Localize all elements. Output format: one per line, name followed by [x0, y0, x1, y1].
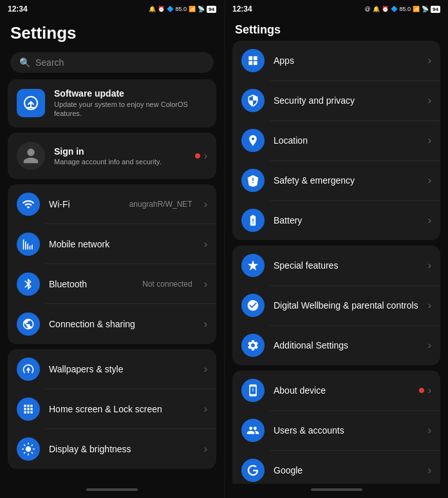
- sign-in-title: Sign in: [54, 146, 186, 157]
- data-icon: 85.0: [176, 6, 187, 12]
- left-scroll: Software update Update your system to en…: [0, 79, 224, 484]
- apps-item[interactable]: Apps ›: [232, 41, 440, 81]
- connection-item[interactable]: Connection & sharing ›: [8, 304, 216, 344]
- left-panel: 12:34 🔔 ⏰ 🔷 85.0 📶 📡 94 Settings 🔍 Searc…: [0, 0, 224, 498]
- right-notif-icon: 🔔: [373, 6, 380, 12]
- wifi-icon-wrap: [17, 193, 40, 216]
- bluetooth-value: Not connected: [142, 280, 192, 289]
- left-status-icons: 🔔 ⏰ 🔷 85.0 📶 📡 94: [149, 6, 216, 13]
- bluetooth-icon-wrap: [17, 273, 40, 296]
- battery-label: Battery: [274, 215, 419, 225]
- wellbeing-icon-wrap: [241, 294, 265, 317]
- right-signal-icon: 📡: [422, 6, 429, 12]
- wifi-label: Wi-Fi: [49, 199, 120, 209]
- wifi-item[interactable]: Wi-Fi anugrahR/W_NET ›: [8, 184, 216, 224]
- about-item[interactable]: About device ›: [232, 370, 440, 410]
- svg-point-1: [26, 446, 31, 451]
- update-text: Software update Update your system to en…: [54, 88, 207, 119]
- sign-in-card[interactable]: Sign in Manage account info and security…: [8, 133, 216, 179]
- display-label: Display & brightness: [49, 444, 195, 454]
- right-group3-card: About device › Users & accounts ›: [232, 370, 440, 484]
- right-alarm-icon: ⏰: [382, 6, 389, 12]
- sign-in-text: Sign in Manage account info and security…: [54, 146, 186, 166]
- right-battery: 94: [431, 6, 440, 13]
- homescreen-item[interactable]: Home screen & Lock screen ›: [8, 389, 216, 429]
- connection-label: Connection & sharing: [49, 319, 183, 329]
- right-status-icons: @ 🔔 ⏰ 🔷 85.0 📶 📡 94: [364, 6, 440, 13]
- apps-icon-wrap: [241, 49, 265, 72]
- about-dot: [419, 388, 424, 393]
- special-label: Special features: [274, 260, 419, 271]
- additional-label: Additional Settings: [274, 340, 419, 350]
- avatar: [17, 142, 45, 170]
- security-chevron: ›: [428, 95, 431, 106]
- apps-chevron: ›: [428, 55, 431, 66]
- display-icon-wrap: [17, 437, 40, 461]
- software-update-card[interactable]: Software update Update your system to en…: [8, 79, 216, 128]
- safety-label: Safety & emergency: [274, 175, 419, 186]
- right-bottom-indicator: [311, 488, 362, 491]
- battery-item[interactable]: Battery ›: [232, 200, 440, 240]
- left-time: 12:34: [8, 5, 28, 14]
- google-item[interactable]: Google ›: [232, 450, 440, 484]
- additional-chevron: ›: [428, 340, 431, 351]
- wallpapers-label: Wallpapers & style: [49, 364, 195, 374]
- right-at-icon: @: [364, 6, 370, 12]
- battery-icon-wrap: [241, 209, 265, 232]
- homescreen-chevron: ›: [204, 403, 207, 415]
- about-label: About device: [274, 385, 410, 396]
- search-bar[interactable]: 🔍 Search: [10, 52, 214, 73]
- right-title: Settings: [235, 23, 438, 37]
- security-label: Security and privacy: [274, 95, 419, 106]
- special-item[interactable]: Special features ›: [232, 245, 440, 285]
- special-chevron: ›: [428, 260, 431, 271]
- right-group2-list: Special features › Digital Wellbeing & p…: [232, 245, 440, 365]
- battery-status: 94: [207, 6, 216, 13]
- signal-icon: 📡: [198, 6, 205, 12]
- about-chevron: ›: [428, 385, 431, 396]
- location-item[interactable]: Location ›: [232, 120, 440, 160]
- connection-chevron: ›: [204, 318, 207, 330]
- update-subtitle: Update your system to enjoy new ColorOS …: [54, 100, 207, 119]
- location-label: Location: [274, 135, 419, 146]
- additional-icon-wrap: [241, 334, 265, 357]
- notification-icon: 🔔: [149, 6, 156, 12]
- sign-in-subtitle: Manage account info and security.: [54, 158, 186, 166]
- personalization-list: Wallpapers & style › Home screen & Lock …: [8, 349, 216, 469]
- wellbeing-chevron: ›: [428, 300, 431, 311]
- users-label: Users & accounts: [274, 425, 419, 436]
- security-icon-wrap: [241, 89, 265, 112]
- right-data-icon: 85.0: [400, 6, 411, 12]
- users-item[interactable]: Users & accounts ›: [232, 410, 440, 450]
- alarm-icon: ⏰: [158, 6, 165, 12]
- apps-label: Apps: [274, 55, 419, 66]
- display-item[interactable]: Display & brightness ›: [8, 429, 216, 469]
- bluetooth-item[interactable]: Bluetooth Not connected ›: [8, 264, 216, 304]
- security-item[interactable]: Security and privacy ›: [232, 81, 440, 120]
- mobile-network-item[interactable]: Mobile network ›: [8, 224, 216, 264]
- wifi-value: anugrahR/W_NET: [129, 200, 192, 209]
- safety-item[interactable]: Safety & emergency ›: [232, 160, 440, 200]
- wallpapers-item[interactable]: Wallpapers & style ›: [8, 349, 216, 389]
- right-group2-card: Special features › Digital Wellbeing & p…: [232, 245, 440, 365]
- right-group3-list: About device › Users & accounts ›: [232, 370, 440, 484]
- additional-item[interactable]: Additional Settings ›: [232, 325, 440, 365]
- mobile-chevron: ›: [204, 238, 207, 250]
- about-icon-wrap: [241, 379, 265, 402]
- mobile-icon-wrap: [17, 233, 40, 256]
- right-panel: 12:34 @ 🔔 ⏰ 🔷 85.0 📶 📡 94 Settings: [224, 0, 448, 498]
- wellbeing-item[interactable]: Digital Wellbeing & parental controls ›: [232, 285, 440, 325]
- right-header: Settings: [225, 18, 448, 41]
- right-group1-list: Apps › Security and privacy › Loca: [232, 41, 440, 240]
- right-scroll: Apps › Security and privacy › Loca: [225, 41, 448, 484]
- wellbeing-label: Digital Wellbeing & parental controls: [274, 300, 419, 311]
- network-list: Wi-Fi anugrahR/W_NET › Mobile network ›: [8, 184, 216, 344]
- sign-in-actions: ›: [195, 150, 207, 162]
- users-chevron: ›: [428, 425, 431, 436]
- safety-icon-wrap: [241, 169, 265, 192]
- search-placeholder: Search: [35, 57, 64, 68]
- right-group1-card: Apps › Security and privacy › Loca: [232, 41, 440, 240]
- bluetooth-chevron: ›: [204, 278, 207, 290]
- location-chevron: ›: [428, 135, 431, 146]
- search-icon: 🔍: [19, 57, 30, 68]
